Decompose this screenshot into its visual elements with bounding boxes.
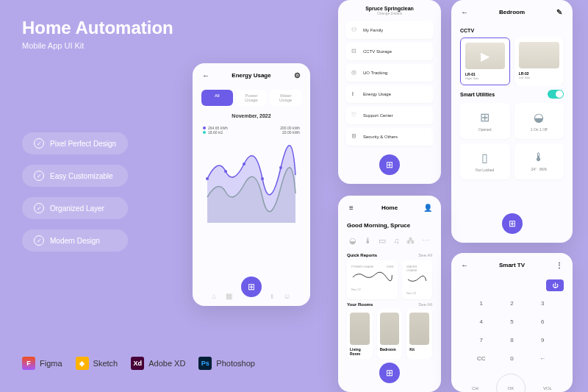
play-icon[interactable]: ▶ — [481, 49, 490, 63]
fab-button[interactable]: ⊞ — [379, 154, 400, 175]
report-water[interactable]: WATER USAGE Nov 22 — [402, 260, 432, 299]
cat-thermo-icon[interactable]: 🌡 — [364, 236, 372, 246]
key-6[interactable]: 6 — [527, 313, 558, 331]
tool-sketch: ◆Sketch — [76, 357, 118, 370]
util-light[interactable]: ◒1 On 1 Off — [514, 103, 564, 139]
menu-family[interactable]: ⚇My Family — [345, 21, 434, 39]
cat-tv-icon[interactable]: ▭ — [379, 236, 386, 246]
cctv-card[interactable]: ▶ LR-01 Right Side — [460, 38, 510, 85]
menu-security[interactable]: ⛨Security & Others — [345, 128, 434, 146]
shield-icon: ⛨ — [351, 133, 359, 140]
menu-support[interactable]: ♡Support Center — [345, 107, 434, 124]
check-icon: ✓ — [34, 203, 44, 213]
tool-xd: XdAdobe XD — [131, 357, 185, 370]
key-3[interactable]: 3 — [527, 294, 558, 313]
fab-button[interactable]: ⊞ — [241, 277, 262, 297]
cat-music-icon[interactable]: ♫ — [393, 236, 399, 246]
features-list: ✓Pixel Perfect Design ✓Easy Customizable… — [22, 132, 128, 252]
menu-cctv[interactable]: ⊟CCTV Storage — [345, 43, 434, 60]
ok-button[interactable]: OK — [496, 374, 526, 392]
profile-sub[interactable]: Change Details — [338, 11, 441, 15]
utilities-toggle[interactable] — [548, 90, 564, 99]
hero-subtitle: Mobile App UI Kit — [22, 41, 173, 50]
key-5[interactable]: 5 — [497, 313, 528, 331]
nav-grid-icon[interactable]: ▦ — [226, 292, 232, 300]
util-door[interactable]: ▯Not Locked — [460, 143, 510, 179]
tab-power[interactable]: Power Usage — [236, 90, 268, 106]
phone-bedroom: ← Bedroom ✎ CCTV ▶ LR-01 Right Side LR-0… — [451, 0, 573, 243]
channel-label[interactable]: CH — [472, 386, 478, 391]
tool-ps: PsPhotoshop — [198, 357, 255, 370]
gear-icon[interactable]: ⚙ — [293, 71, 301, 79]
tool-figma: FFigma — [22, 357, 62, 370]
tab-all[interactable]: All — [201, 90, 233, 106]
energy-icon: ⫾ — [351, 90, 359, 98]
rooms-label: Your Rooms — [347, 302, 373, 307]
util-thermo[interactable]: 🌡24° · 86% — [514, 143, 564, 179]
svg-point-0 — [206, 177, 209, 180]
curtain-icon: ⊞ — [465, 110, 506, 124]
family-icon: ⚇ — [351, 26, 359, 34]
room-card[interactable]: Kit — [406, 310, 432, 359]
page-title: Energy Usage — [210, 72, 293, 79]
volume-label[interactable]: VOL — [543, 386, 552, 391]
key-1[interactable]: 1 — [466, 294, 497, 313]
key-7[interactable]: 7 — [466, 331, 497, 349]
svg-point-4 — [279, 166, 282, 169]
more-icon[interactable]: ⋮ — [555, 260, 564, 269]
back-icon[interactable]: ← — [460, 7, 469, 16]
key-0[interactable]: 0 — [497, 349, 528, 368]
sparkline — [351, 268, 393, 283]
tab-water[interactable]: Water Usage — [270, 90, 301, 106]
room-card[interactable]: Living Room — [347, 310, 373, 359]
key-8[interactable]: 8 — [497, 331, 528, 349]
check-icon: ✓ — [34, 171, 44, 181]
bulb-icon: ◒ — [519, 110, 560, 124]
nav-user-icon[interactable]: ☺ — [284, 292, 291, 300]
back-icon[interactable]: ← — [460, 260, 469, 269]
menu-tracking[interactable]: ◎UO Tracking — [345, 64, 434, 82]
menu-icon[interactable]: ≡ — [347, 203, 356, 212]
phone-home: ≡ Home 👤 Good Morning, Spruce ◒ 🌡 ▭ ♫ ⁂ … — [338, 196, 441, 392]
room-thumbnail — [380, 313, 400, 345]
cat-light-icon[interactable]: ◒ — [349, 236, 356, 246]
nav-home-icon[interactable]: ⌂ — [212, 292, 216, 300]
svg-point-3 — [261, 177, 264, 180]
room-card[interactable]: Bedroom — [377, 310, 403, 359]
cctv-thumbnail: ▶ — [465, 43, 505, 69]
see-all-link[interactable]: See All — [418, 302, 432, 307]
util-curtain[interactable]: ⊞Opened — [460, 103, 510, 139]
cat-more-icon[interactable]: ⋯ — [422, 236, 430, 246]
support-icon: ♡ — [351, 112, 359, 119]
cctv-label: CCTV — [460, 28, 474, 33]
fab-button[interactable]: ⊞ — [502, 213, 523, 234]
feature-item: ✓Easy Customizable — [22, 165, 128, 187]
edit-icon[interactable]: ✎ — [555, 7, 564, 16]
avatar[interactable]: 👤 — [423, 203, 432, 212]
power-button[interactable]: ⏻ — [546, 279, 564, 291]
key-9[interactable]: 9 — [527, 331, 558, 349]
feature-item: ✓Pixel Perfect Design — [22, 132, 128, 154]
feature-item: ✓Organized Layer — [22, 197, 128, 219]
key-cc[interactable]: CC — [466, 349, 497, 368]
report-power[interactable]: POWER USAGEKWH Nov 22 — [347, 260, 398, 299]
check-icon: ✓ — [34, 235, 44, 246]
key-2[interactable]: 2 — [497, 294, 528, 313]
back-icon[interactable]: ← — [201, 71, 210, 79]
fab-button[interactable]: ⊞ — [379, 363, 400, 383]
cat-pet-icon[interactable]: ⁂ — [406, 236, 415, 246]
phone-settings: Spruce Springclean Change Details ⚇My Fa… — [338, 0, 441, 184]
profile-name: Spruce Springclean — [338, 0, 441, 11]
see-all-link[interactable]: See All — [418, 253, 432, 257]
page-title: Smart TV — [469, 262, 555, 268]
cctv-card[interactable]: LR-02 Left Side — [514, 38, 564, 85]
key-4[interactable]: 4 — [466, 313, 497, 331]
utilities-label: Smart Utilities — [460, 92, 495, 97]
svg-point-1 — [224, 170, 227, 173]
key-back[interactable]: ← — [527, 349, 558, 368]
dot-icon — [203, 131, 206, 134]
thermometer-icon: 🌡 — [519, 151, 560, 164]
hero-title: Home Automation — [22, 18, 173, 38]
menu-energy[interactable]: ⫾Energy Usage — [345, 85, 434, 103]
nav-chart-icon[interactable]: ⫾ — [270, 292, 274, 300]
